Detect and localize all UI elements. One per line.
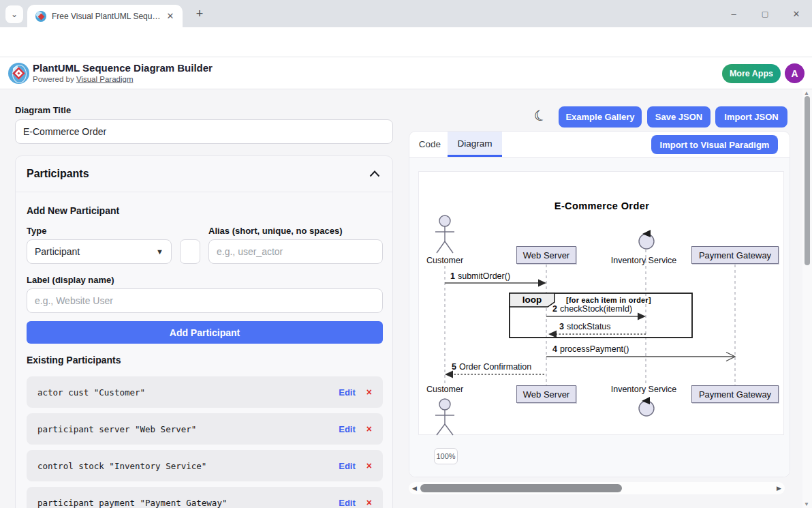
import-to-visual-paradigm-button[interactable]: Import to Visual Paradigm — [651, 135, 778, 154]
actor-figure-bottom — [435, 399, 454, 435]
select-chevron-down-icon: ▼ — [156, 248, 163, 256]
window-maximize-button[interactable]: ▢ — [749, 0, 781, 27]
alias-label: Alias (short, unique, no spaces) — [208, 226, 342, 236]
panel-tabbar: Code Diagram Import to Visual Paradigm — [409, 132, 790, 158]
diagram-title-input[interactable] — [15, 119, 393, 144]
horizontal-scrollbar-thumb[interactable] — [420, 484, 622, 492]
more-apps-button[interactable]: More Apps — [722, 64, 781, 83]
powered-by-prefix: Powered by — [33, 75, 76, 83]
zoom-level-badge[interactable]: 100% — [434, 448, 458, 464]
sequence-diagram-canvas: E-Commerce Order — [418, 171, 784, 435]
loop-condition-label: [for each item in order] — [566, 296, 651, 304]
existing-participants-title: Existing Participants — [27, 355, 121, 365]
tab-diagram[interactable]: Diagram — [448, 132, 502, 157]
vertical-scrollbar-thumb[interactable] — [805, 96, 810, 265]
powered-by: Powered by Visual Paradigm — [33, 75, 133, 83]
visual-paradigm-link[interactable]: Visual Paradigm — [76, 75, 134, 83]
add-participant-button[interactable]: Add Participant — [27, 321, 383, 344]
save-json-button[interactable]: Save JSON — [647, 106, 710, 128]
window-minimize-button[interactable]: – — [718, 0, 749, 27]
edit-participant-link[interactable]: Edit — [339, 498, 356, 508]
message-label-2: 2checkStock(itemId) — [552, 304, 632, 314]
participant-row: control stock "Inventory Service" Edit × — [27, 450, 383, 481]
participant-label-inventory-service: Inventory Service — [611, 256, 677, 265]
participant-box-web-server-bottom: Web Server — [516, 385, 576, 403]
display-name-input[interactable] — [27, 288, 383, 313]
participant-type-select[interactable]: Participant ▼ — [27, 239, 172, 264]
diagram-title-label: Diagram Title — [15, 105, 71, 115]
participant-code: actor cust "Customer" — [37, 387, 145, 398]
participant-code: participant server "Web Server" — [37, 424, 196, 434]
participant-label-inventory-service-bottom: Inventory Service — [611, 385, 677, 394]
visual-paradigm-logo — [8, 63, 29, 84]
scroll-left-icon[interactable]: ◀ — [412, 485, 417, 492]
tab-title: Free Visual PlantUML Sequence — [52, 12, 162, 21]
app-title: PlantUML Sequence Diagram Builder — [33, 62, 213, 74]
message-text: Order Confirmation — [459, 362, 531, 372]
edit-participant-link[interactable]: Edit — [339, 424, 356, 434]
delete-participant-icon[interactable]: × — [366, 497, 372, 508]
message-number: 2 — [552, 304, 557, 314]
window-close-button[interactable]: ✕ — [781, 0, 812, 27]
control-icon-top — [639, 230, 654, 249]
tab-code[interactable]: Code — [412, 132, 448, 157]
delete-participant-icon[interactable]: × — [366, 460, 372, 471]
participant-row: participant payment "Payment Gateway" Ed… — [27, 487, 383, 508]
message-label-4: 4processPayment() — [552, 344, 629, 354]
window-controls: – ▢ ✕ — [718, 0, 812, 27]
participants-card-header[interactable]: Participants — [16, 156, 392, 192]
delete-participant-icon[interactable]: × — [366, 423, 372, 434]
participant-row: participant server "Web Server" Edit × — [27, 413, 383, 445]
message-label-5: 5Order Confirmation — [452, 362, 531, 372]
dark-mode-toggle-icon[interactable]: ☾ — [532, 106, 549, 126]
edit-participant-link[interactable]: Edit — [339, 461, 356, 471]
message-number: 3 — [559, 322, 564, 331]
participant-row: actor cust "Customer" Edit × — [27, 376, 383, 408]
loop-operator-label: loop — [522, 295, 542, 305]
example-gallery-button[interactable]: Example Gallery — [559, 106, 642, 128]
participant-code: participant payment "Payment Gateway" — [37, 498, 227, 508]
browser-tab[interactable]: Free Visual PlantUML Sequence ✕ — [27, 5, 183, 27]
import-json-button[interactable]: Import JSON — [715, 106, 787, 128]
vertical-scrollbar[interactable]: ▲ ▼ — [802, 89, 812, 508]
message-text: stockStatus — [567, 322, 611, 331]
user-avatar[interactable]: A — [785, 63, 805, 83]
browser-window: ⌄ Free Visual PlantUML Sequence ✕ + – ▢ … — [0, 0, 812, 508]
participant-color-input[interactable] — [180, 239, 200, 264]
message-number: 1 — [450, 271, 455, 281]
alias-input[interactable] — [208, 239, 383, 264]
actor-figure-top — [435, 215, 454, 253]
message-text: submitOrder() — [458, 271, 510, 281]
message-text: processPayment() — [560, 344, 629, 354]
message-label-3: 3stockStatus — [559, 322, 611, 331]
message-number: 4 — [552, 344, 557, 354]
scroll-down-icon[interactable]: ▼ — [804, 501, 809, 507]
scroll-right-icon[interactable]: ▶ — [777, 485, 781, 492]
diagram-panel: Code Diagram Import to Visual Paradigm E… — [409, 131, 790, 477]
participant-box-payment-gateway-bottom: Payment Gateway — [691, 385, 779, 403]
message-number: 5 — [452, 362, 456, 372]
control-icon-bottom — [639, 397, 654, 416]
page-body: Diagram Title Participants Add New Parti… — [0, 89, 802, 508]
participant-box-web-server: Web Server — [516, 246, 576, 264]
message-text: checkStock(itemId) — [560, 304, 632, 314]
add-new-participant-title: Add New Participant — [27, 205, 119, 216]
message-label-1: 1submitOrder() — [450, 271, 510, 281]
new-tab-button[interactable]: + — [192, 6, 207, 21]
participant-box-payment-gateway: Payment Gateway — [691, 246, 779, 264]
tab-close-icon[interactable]: ✕ — [165, 11, 176, 22]
delete-participant-icon[interactable]: × — [366, 387, 372, 398]
app-header: PlantUML Sequence Diagram Builder Powere… — [0, 57, 812, 89]
browser-tabstrip: ⌄ Free Visual PlantUML Sequence ✕ + – ▢ … — [0, 0, 812, 27]
scroll-up-icon[interactable]: ▲ — [804, 90, 809, 96]
horizontal-scrollbar[interactable]: ◀ ▶ — [409, 482, 785, 494]
participant-label-customer-bottom: Customer — [426, 385, 463, 394]
tab-search-button[interactable]: ⌄ — [5, 5, 23, 23]
participants-card: Participants Add New Participant Type Pa… — [15, 155, 393, 508]
edit-participant-link[interactable]: Edit — [339, 387, 356, 398]
collapse-chevron-icon[interactable] — [369, 170, 380, 177]
participants-title: Participants — [27, 168, 89, 180]
visual-paradigm-favicon — [35, 11, 46, 22]
diagram-viewport[interactable]: E-Commerce Order — [409, 158, 790, 477]
participant-label-customer: Customer — [426, 256, 463, 265]
